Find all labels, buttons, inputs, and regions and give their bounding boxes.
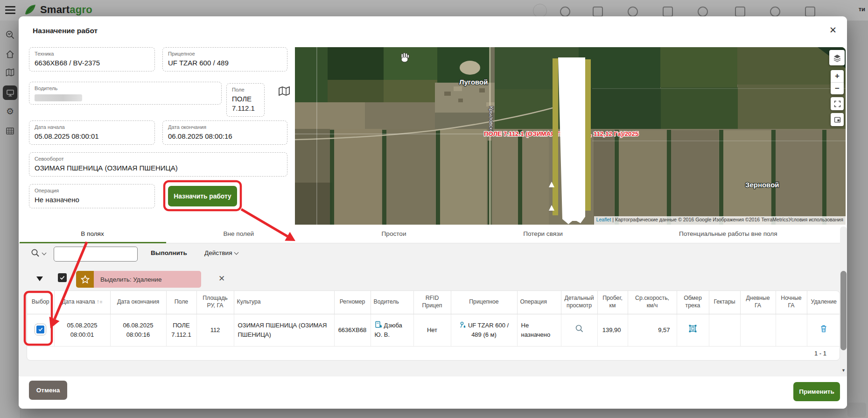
col-trailer: Прицепное bbox=[451, 291, 517, 314]
select-all-checkbox[interactable] bbox=[58, 273, 67, 282]
trailer-name: UF TZAR 600 / 489 (6 м) bbox=[468, 322, 509, 338]
actions-chevron-icon bbox=[234, 250, 238, 255]
search-input[interactable] bbox=[54, 247, 138, 262]
tab-content-panel: Выполнить Действия Выделить: Удаление ✕ bbox=[19, 243, 847, 376]
chip-close-icon[interactable]: ✕ bbox=[218, 275, 225, 283]
field-track-polygon bbox=[549, 57, 591, 224]
zoom-out-button[interactable]: − bbox=[831, 83, 844, 95]
overview-button[interactable] bbox=[831, 113, 844, 126]
operation-field[interactable]: Операция Не назначено bbox=[29, 184, 155, 208]
detail-view-button[interactable] bbox=[575, 324, 584, 336]
close-icon[interactable]: ✕ bbox=[829, 26, 837, 35]
date-end-label: Дата окончания bbox=[168, 124, 282, 130]
track-frame-icon bbox=[688, 324, 697, 333]
rotation-label: Севооборот bbox=[35, 156, 282, 162]
star-icon bbox=[81, 275, 90, 284]
tab-out-of-fields[interactable]: Вне полей bbox=[166, 225, 311, 243]
col-driver: Водитель bbox=[371, 291, 413, 314]
table-row: 05.08.2025 08:00:01 06.08.2025 08:00:16 … bbox=[27, 314, 840, 346]
chip-label: Выделить: Удаление bbox=[94, 271, 201, 288]
modal-scrollbar-thumb[interactable] bbox=[840, 271, 847, 350]
delete-row-button[interactable] bbox=[819, 324, 828, 336]
col-day-ha: Дневные ГА bbox=[740, 291, 776, 314]
cell-mileage: 139,90 bbox=[597, 314, 628, 346]
tab-bar: В полях Вне полей Простои Потери связи П… bbox=[19, 225, 847, 243]
cell-avg-speed: 9,57 bbox=[628, 314, 677, 346]
cell-select bbox=[27, 314, 54, 346]
rotation-value: ОЗИМАЯ ПШЕНИЦА (ОЗИМАЯ ПШЕНИЦА) bbox=[35, 163, 282, 173]
cell-driver: Дзюба Ю. В. bbox=[371, 314, 413, 346]
leaflet-link[interactable]: Leaflet bbox=[596, 217, 611, 222]
cell-reg-number: 6636ХВ68 bbox=[334, 314, 371, 346]
folded-map-icon bbox=[278, 85, 290, 97]
search-chevron-icon bbox=[42, 250, 47, 255]
assign-work-button[interactable]: Назначить работу bbox=[168, 186, 237, 206]
tab-connection-loss[interactable]: Потери связи bbox=[477, 225, 609, 243]
pagination: 1 - 1 bbox=[27, 347, 840, 360]
tab-potential-work[interactable]: Потенциальные работы вне поля bbox=[609, 225, 847, 243]
col-field: Поле bbox=[166, 291, 196, 314]
track-measure-button[interactable] bbox=[688, 324, 697, 336]
col-date-start[interactable]: Дата начала↑≡ bbox=[54, 291, 110, 314]
results-table: Выбор Дата начала↑≡ Дата окончания Поле … bbox=[27, 291, 840, 347]
chip-star-button[interactable] bbox=[76, 271, 94, 288]
col-culture: Культура bbox=[234, 291, 334, 314]
cell-trailer: UF TZAR 600 / 489 (6 м) bbox=[451, 314, 517, 346]
group-expander-icon[interactable] bbox=[36, 276, 43, 281]
results-table-card: Выбор Дата начала↑≡ Дата окончания Поле … bbox=[27, 290, 840, 361]
layers-icon bbox=[833, 53, 842, 63]
row-checkbox-checked[interactable] bbox=[36, 326, 44, 333]
col-detail-view: Детальный просмотр bbox=[561, 291, 597, 314]
date-start-field[interactable]: Дата начала 05.08.2025 08:00:01 bbox=[29, 120, 155, 145]
cell-date-start: 05.08.2025 08:00:01 bbox=[54, 314, 110, 346]
trailer-value: UF TZAR 600 / 489 bbox=[168, 58, 282, 68]
col-hectares: Гектары bbox=[709, 291, 740, 314]
cell-day-ha bbox=[740, 314, 776, 346]
fullscreen-button[interactable] bbox=[831, 97, 844, 110]
execute-button[interactable]: Выполнить bbox=[151, 249, 187, 256]
zoom-in-button[interactable]: + bbox=[831, 70, 844, 83]
search-icon bbox=[31, 248, 40, 258]
cell-delete bbox=[807, 314, 840, 346]
tech-label: Техника bbox=[35, 50, 149, 57]
driver-field[interactable]: Водитель bbox=[29, 82, 222, 105]
col-area: Площадь РУ, ГА bbox=[196, 291, 234, 314]
date-end-field[interactable]: Дата окончания 06.08.2025 08:00:16 bbox=[162, 120, 287, 145]
dialog-title: Назначение работ bbox=[33, 27, 98, 35]
scrollbar-down-arrow[interactable]: ▼ bbox=[840, 367, 847, 374]
actions-dropdown[interactable]: Действия bbox=[204, 249, 238, 256]
satellite-map[interactable]: Луговой Зерновой Крыловская ПОЛЕ 7.112.1… bbox=[295, 47, 846, 225]
col-track-measure: Обмер трека bbox=[677, 291, 709, 314]
operation-label: Операция bbox=[35, 187, 149, 194]
cancel-button[interactable]: Отмена bbox=[29, 381, 67, 400]
cell-track-measure bbox=[677, 314, 709, 346]
cell-date-end: 06.08.2025 08:00:16 bbox=[110, 314, 166, 346]
col-operation: Операция bbox=[517, 291, 561, 314]
tab-idle[interactable]: Простои bbox=[311, 225, 477, 243]
apply-button[interactable]: Применить bbox=[793, 382, 840, 401]
tech-value: 6636ХВ68 / BV-2375 bbox=[35, 58, 149, 68]
layers-button[interactable] bbox=[829, 50, 845, 65]
dialog-footer: Отмена Применить bbox=[19, 376, 847, 409]
driver-card-icon bbox=[375, 321, 383, 329]
trailer-field[interactable]: Прицепное UF TZAR 600 / 489 bbox=[162, 47, 287, 71]
col-night-ha: Ночные ГА bbox=[776, 291, 807, 314]
rotation-field[interactable]: Севооборот ОЗИМАЯ ПШЕНИЦА (ОЗИМАЯ ПШЕНИЦ… bbox=[29, 152, 287, 177]
map-label-lugovoy: Луговой bbox=[459, 78, 488, 86]
search-filter-button[interactable] bbox=[31, 248, 46, 258]
field-value: ПОЛЕ 7.112.1 bbox=[232, 94, 259, 113]
tab-in-fields[interactable]: В полях bbox=[19, 225, 166, 243]
tech-field[interactable]: Техника 6636ХВ68 / BV-2375 bbox=[29, 47, 155, 71]
screen: Smartagro ти bbox=[0, 0, 868, 418]
highlight-filter-chip[interactable]: Выделить: Удаление bbox=[76, 271, 201, 288]
open-map-button[interactable] bbox=[278, 85, 290, 97]
attribution-text: | Картографические данные © 2016 Google … bbox=[612, 217, 843, 222]
col-delete: Удаление bbox=[807, 291, 840, 314]
check-icon bbox=[38, 326, 43, 332]
trailer-label: Прицепное bbox=[168, 50, 282, 57]
map-attribution: Leaflet | Картографические данные © 2016… bbox=[594, 216, 846, 225]
field-field[interactable]: Поле ПОЛЕ 7.112.1 bbox=[226, 83, 265, 117]
cell-night-ha bbox=[776, 314, 807, 346]
driver-value-redacted bbox=[35, 94, 82, 101]
work-assignment-dialog: Назначение работ ✕ Техника 6636ХВ68 / BV… bbox=[19, 16, 847, 409]
